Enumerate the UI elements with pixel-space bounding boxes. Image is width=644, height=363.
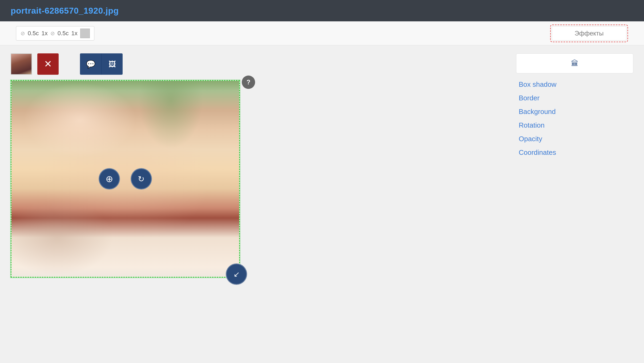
canvas-container: ? ⊕ ↻ ↙: [11, 80, 505, 355]
portrait-overlay: [11, 81, 239, 277]
rotate-icon: ↻: [138, 174, 144, 184]
panel-icon-button[interactable]: 🏛: [516, 53, 633, 73]
effect-item-box-shadow[interactable]: Box shadow: [519, 79, 633, 90]
ban-icon-2: ⊘: [50, 30, 55, 37]
thumbnail[interactable]: [11, 53, 32, 75]
image-button[interactable]: 🖼: [101, 53, 123, 75]
repeat-value-1: 1x: [42, 30, 48, 37]
canvas-area: ✕ 💬 🖼: [11, 53, 505, 355]
chat-button[interactable]: 💬: [80, 53, 101, 75]
thumbnail-image: [11, 54, 31, 74]
delete-button[interactable]: ✕: [37, 53, 59, 75]
effect-item-rotation[interactable]: Rotation: [519, 120, 633, 131]
move-handle[interactable]: ⊕: [99, 168, 120, 190]
effect-item-coordinates[interactable]: Coordinates: [519, 147, 633, 158]
effect-item-border[interactable]: Border: [519, 92, 633, 104]
effects-button[interactable]: Эффекты: [552, 26, 626, 41]
main-area: ⊘ 0.5c 1x ⊘ 0.5c 1x Эффекты: [0, 21, 644, 363]
ban-icon-1: ⊘: [21, 30, 25, 37]
delay-value-2: 0.5c: [58, 30, 69, 37]
portrait-image: [11, 81, 239, 277]
rotate-handle[interactable]: ↻: [131, 168, 152, 190]
image-controls-bar: ✕ 💬 🖼: [11, 53, 505, 75]
move-icon: ⊕: [106, 173, 113, 184]
animation-control-1: ⊘ 0.5c 1x ⊘ 0.5c 1x: [16, 26, 94, 41]
color-swatch[interactable]: [80, 29, 90, 38]
image-frame[interactable]: ? ⊕ ↻ ↙: [11, 80, 240, 278]
effects-button-wrapper: Эффекты: [550, 25, 628, 42]
effect-item-opacity[interactable]: Opacity: [519, 133, 633, 145]
resize-handle[interactable]: ↙: [226, 263, 247, 285]
image-icon: 🖼: [108, 60, 116, 69]
resize-icon: ↙: [234, 270, 240, 279]
help-icon[interactable]: ?: [242, 76, 255, 89]
toolbar: ⊘ 0.5c 1x ⊘ 0.5c 1x Эффекты: [0, 21, 644, 45]
filename-title: portrait-6286570_1920.jpg: [11, 6, 119, 16]
repeat-value-2: 1x: [71, 30, 77, 37]
effect-item-background[interactable]: Background: [519, 106, 633, 117]
delete-icon: ✕: [44, 58, 52, 70]
right-panel: 🏛 Box shadowBorderBackgroundRotationOpac…: [516, 53, 633, 355]
effects-list: Box shadowBorderBackgroundRotationOpacit…: [516, 79, 633, 158]
question-mark: ?: [247, 78, 251, 86]
title-bar: portrait-6286570_1920.jpg: [0, 0, 644, 21]
action-buttons: 💬 🖼: [80, 53, 123, 75]
delay-value-1: 0.5c: [28, 30, 39, 37]
content-row: ✕ 💬 🖼: [0, 45, 644, 363]
toolbar-left: ⊘ 0.5c 1x ⊘ 0.5c 1x: [16, 26, 94, 41]
chat-icon: 💬: [86, 60, 95, 69]
monument-icon: 🏛: [571, 59, 578, 68]
